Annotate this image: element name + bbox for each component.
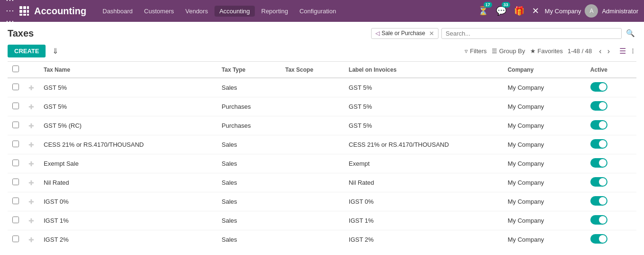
search-icon[interactable]: 🔍 [625, 28, 636, 39]
drag-handle-6[interactable]: ✚ [28, 198, 34, 206]
row-name-3[interactable]: CESS 21% or RS.4170/THOUSAND [39, 135, 217, 154]
prev-page-button[interactable]: ‹ [597, 46, 604, 57]
row-name-5[interactable]: Nil Rated [39, 173, 217, 192]
filter-tag-remove[interactable]: ✕ [429, 30, 434, 37]
row-active-2[interactable] [586, 116, 636, 135]
toggle-slider-5 [590, 177, 607, 187]
navbar-right: ⏳ 17 💬 33 🎁 ✕ My Company A Administrator [476, 4, 638, 18]
row-check-4[interactable] [12, 160, 19, 166]
nav-reporting[interactable]: Reporting [257, 6, 293, 17]
row-active-7[interactable] [586, 211, 636, 230]
list-view-button[interactable]: ☰ [617, 46, 628, 57]
nav-customers[interactable]: Customers [140, 6, 179, 17]
search-input[interactable] [441, 28, 622, 39]
row-checkbox-2[interactable] [8, 116, 24, 135]
toggle-3[interactable] [590, 139, 607, 149]
row-check-2[interactable] [12, 122, 19, 128]
row-drag-2[interactable]: ✚ [24, 116, 39, 135]
next-page-button[interactable]: › [605, 46, 612, 57]
row-drag-5[interactable]: ✚ [24, 173, 39, 192]
grid-view-button[interactable]: ⁝ [629, 46, 636, 57]
toggle-6[interactable] [590, 196, 607, 206]
groupby-button[interactable]: ☰ Group By [492, 47, 525, 55]
row-check-7[interactable] [12, 217, 19, 223]
toggle-2[interactable] [590, 120, 607, 130]
toggle-4[interactable] [590, 158, 607, 168]
row-active-5[interactable] [586, 173, 636, 192]
favorites-button[interactable]: ★ Favorites [530, 47, 563, 55]
row-checkbox-0[interactable] [8, 78, 24, 97]
nav-configuration[interactable]: Configuration [295, 6, 341, 17]
row-checkbox-6[interactable] [8, 192, 24, 211]
row-name-8[interactable]: IGST 2% [39, 230, 217, 247]
row-name-4[interactable]: Exempt Sale [39, 154, 217, 173]
row-checkbox-3[interactable] [8, 135, 24, 154]
row-drag-8[interactable]: ✚ [24, 230, 39, 247]
row-checkbox-7[interactable] [8, 211, 24, 230]
row-drag-1[interactable]: ✚ [24, 97, 39, 116]
row-type-2: Purchases [217, 116, 280, 135]
drag-handle-2[interactable]: ✚ [28, 122, 34, 130]
row-checkbox-5[interactable] [8, 173, 24, 192]
avatar[interactable]: A [585, 4, 598, 18]
toggle-8[interactable] [590, 234, 607, 244]
grid-icon[interactable]: ⋅⋅⋅⋅⋅⋅⋅⋅⋅ [6, 0, 14, 27]
row-check-0[interactable] [12, 84, 19, 90]
download-icon-btn[interactable]: ⇓ [49, 45, 61, 57]
row-active-4[interactable] [586, 154, 636, 173]
row-drag-6[interactable]: ✚ [24, 192, 39, 211]
row-drag-0[interactable]: ✚ [24, 78, 39, 97]
create-button[interactable]: CREATE [8, 45, 46, 57]
row-name-7[interactable]: IGST 1% [39, 211, 217, 230]
toggle-7[interactable] [590, 215, 607, 225]
row-checkbox-8[interactable] [8, 230, 24, 247]
row-drag-3[interactable]: ✚ [24, 135, 39, 154]
filters-button[interactable]: ▿ Filters [465, 47, 486, 55]
nav-accounting[interactable]: Accounting [215, 6, 254, 17]
chat-icon-btn[interactable]: 💬 33 [494, 4, 508, 18]
nav-vendors[interactable]: Vendors [180, 6, 213, 17]
toggle-5[interactable] [590, 177, 607, 187]
row-name-0[interactable]: GST 5% [39, 78, 217, 97]
drag-handle-0[interactable]: ✚ [28, 84, 34, 92]
apps-icon[interactable] [19, 6, 29, 16]
row-label-4: Exempt [344, 154, 503, 173]
select-all-checkbox[interactable] [12, 66, 19, 72]
close-icon-btn[interactable]: ✕ [530, 4, 541, 18]
row-scope-6 [280, 192, 344, 211]
toggle-0[interactable] [590, 82, 607, 92]
row-name-6[interactable]: IGST 0% [39, 192, 217, 211]
row-company-7: My Company [503, 211, 586, 230]
drag-handle-4[interactable]: ✚ [28, 160, 34, 168]
row-check-6[interactable] [12, 198, 19, 204]
filter-tag-sale-purchase[interactable]: ◁ Sale or Purchase ✕ [371, 28, 439, 39]
select-all-header[interactable] [8, 62, 24, 78]
drag-handle-8[interactable]: ✚ [28, 236, 34, 244]
nav-menu: Dashboard Customers Vendors Accounting R… [98, 6, 476, 17]
gift-icon-btn[interactable]: 🎁 [512, 4, 526, 18]
toggle-1[interactable] [590, 101, 607, 111]
drag-handle-3[interactable]: ✚ [28, 141, 34, 149]
row-active-0[interactable] [586, 78, 636, 97]
row-active-8[interactable] [586, 230, 636, 247]
row-check-5[interactable] [12, 179, 19, 185]
drag-handle-7[interactable]: ✚ [28, 217, 34, 225]
row-check-8[interactable] [12, 236, 19, 242]
pagination-info: 1-48 / 48 [568, 47, 592, 55]
row-checkbox-1[interactable] [8, 97, 24, 116]
row-active-6[interactable] [586, 192, 636, 211]
row-active-3[interactable] [586, 135, 636, 154]
row-active-1[interactable] [586, 97, 636, 116]
row-name-2[interactable]: GST 5% (RC) [39, 116, 217, 135]
row-checkbox-4[interactable] [8, 154, 24, 173]
clock-icon-btn[interactable]: ⏳ 17 [476, 4, 490, 18]
row-name-1[interactable]: GST 5% [39, 97, 217, 116]
row-drag-7[interactable]: ✚ [24, 211, 39, 230]
row-check-3[interactable] [12, 141, 19, 147]
drag-handle-1[interactable]: ✚ [28, 103, 34, 111]
row-check-1[interactable] [12, 103, 19, 109]
toggle-slider-8 [590, 234, 607, 244]
row-drag-4[interactable]: ✚ [24, 154, 39, 173]
drag-handle-5[interactable]: ✚ [28, 179, 34, 187]
nav-dashboard[interactable]: Dashboard [98, 6, 138, 17]
